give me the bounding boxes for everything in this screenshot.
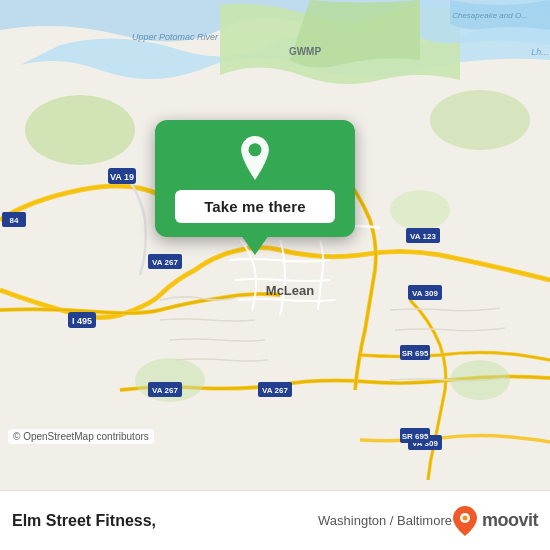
- svg-text:I 495: I 495: [72, 316, 92, 326]
- svg-text:McLean: McLean: [266, 283, 314, 298]
- svg-text:VA 19: VA 19: [110, 172, 134, 182]
- svg-text:VA 123: VA 123: [410, 232, 436, 241]
- svg-text:VA 267: VA 267: [152, 258, 178, 267]
- popup-tail: [241, 235, 269, 255]
- bottom-bar: Elm Street Fitness, Washington / Baltimo…: [0, 490, 550, 550]
- svg-point-37: [462, 515, 467, 520]
- svg-point-35: [248, 143, 261, 156]
- moovit-logo: moovit: [452, 506, 538, 536]
- take-me-there-button[interactable]: Take me there: [175, 190, 335, 223]
- svg-rect-0: [0, 0, 550, 490]
- svg-text:SR 695: SR 695: [402, 432, 429, 441]
- moovit-text: moovit: [482, 510, 538, 531]
- map-svg: I 495 I 495 VA 19 84 VA 123 VA 267 VA 26…: [0, 0, 550, 490]
- svg-point-1: [25, 95, 135, 165]
- svg-text:VA 267: VA 267: [152, 386, 178, 395]
- map-attribution: © OpenStreetMap contributors: [8, 429, 154, 444]
- svg-point-2: [430, 90, 530, 150]
- svg-text:84: 84: [10, 216, 19, 225]
- svg-text:Chesapeake and O...: Chesapeake and O...: [452, 11, 528, 20]
- map-container: I 495 I 495 VA 19 84 VA 123 VA 267 VA 26…: [0, 0, 550, 490]
- moovit-pin-icon: [452, 506, 478, 536]
- svg-text:Lh...: Lh...: [531, 47, 549, 57]
- svg-text:SR 695: SR 695: [402, 349, 429, 358]
- location-region: Washington / Baltimore: [318, 513, 452, 528]
- svg-text:Upper Potomac River: Upper Potomac River: [132, 32, 219, 42]
- location-popup: Take me there: [155, 120, 355, 237]
- svg-point-5: [450, 360, 510, 400]
- svg-text:GWMP: GWMP: [289, 46, 322, 57]
- svg-point-3: [390, 190, 450, 230]
- svg-text:VA 267: VA 267: [262, 386, 288, 395]
- location-name: Elm Street Fitness,: [12, 512, 312, 530]
- svg-text:VA 309: VA 309: [412, 289, 438, 298]
- popup-pin-icon: [233, 136, 277, 180]
